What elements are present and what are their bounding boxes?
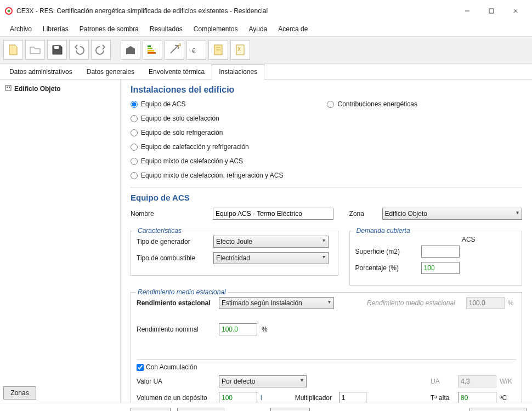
redo-button[interactable]: [91, 40, 111, 60]
report-button[interactable]: [208, 40, 228, 60]
svg-rect-19: [7, 87, 8, 88]
multiplicador-input[interactable]: [339, 392, 366, 403]
menu-patrones[interactable]: Patrones de sombra: [74, 23, 144, 35]
svg-rect-7: [148, 45, 151, 47]
ta-alta-input[interactable]: [458, 392, 496, 403]
new-file-button[interactable]: [3, 40, 23, 60]
minimize-button[interactable]: [455, 3, 479, 19]
improve-button[interactable]: A: [165, 40, 184, 60]
zona-select[interactable]: Edificio Objeto: [382, 208, 522, 220]
rend-nominal-input[interactable]: [219, 323, 257, 335]
energy-label-button[interactable]: [143, 40, 162, 60]
toolbar: A € x: [0, 36, 532, 64]
rend-medio-input: [466, 297, 505, 309]
radio-mixto-todo[interactable]: Equipo mixto de calefacción, refrigeraci…: [131, 172, 283, 179]
vista-clasica-button[interactable]: Vista clásica: [469, 408, 527, 411]
tab-datos-generales[interactable]: Datos generales: [80, 64, 142, 79]
building-icon: [4, 84, 12, 93]
window-title: CE3X - RES: Certificación energética sim…: [16, 7, 455, 15]
menu-ayuda[interactable]: Ayuda: [244, 23, 273, 35]
multiplicador-label: Multiplicador: [295, 394, 339, 402]
nombre-label: Nombre: [131, 210, 213, 218]
acs-header: ACS: [421, 236, 516, 243]
zonas-button[interactable]: Zonas: [3, 386, 36, 399]
tab-envolvente[interactable]: Envolvente térmica: [142, 64, 212, 79]
menubar: Archivo Librerías Patrones de sombra Res…: [0, 22, 532, 36]
rend-estacional-select[interactable]: Estimado según Instalación: [219, 297, 334, 309]
nombre-input[interactable]: [213, 208, 333, 220]
svg-rect-9: [148, 50, 154, 52]
rend-medio-label: Rendimiento medio estacional: [367, 299, 455, 307]
menu-librerias[interactable]: Librerías: [37, 23, 74, 35]
radio-mixto-calef-acs[interactable]: Equipo mixto de calefacción y ACS: [131, 157, 283, 165]
svg-rect-20: [9, 87, 10, 88]
anadir-button[interactable]: Añadir: [131, 408, 171, 411]
porcentaje-label: Porcentaje (%): [355, 264, 421, 272]
svg-text:A: A: [178, 43, 181, 49]
rend-nominal-label: Rendimiento nominal: [137, 326, 219, 333]
open-file-button[interactable]: [25, 40, 45, 60]
volumen-input[interactable]: [219, 392, 257, 403]
tipo-combustible-label: Tipo de combustible: [137, 254, 213, 262]
heading-instalaciones: Instalaciones del edificio: [131, 85, 522, 95]
svg-rect-6: [54, 46, 59, 49]
ta-alta-label: Tª alta: [431, 394, 458, 402]
svg-rect-10: [148, 52, 156, 54]
radio-solo-refrigeracion[interactable]: Equipo de sólo refrigeración: [131, 129, 283, 136]
footer-buttons: Añadir Modificar Borrar Vista clásica: [0, 403, 532, 411]
superficie-input[interactable]: [421, 246, 460, 258]
volumen-label: Volumen de un depósito: [137, 394, 219, 402]
save-button[interactable]: [47, 40, 67, 60]
main-tabs: Datos administrativos Datos generales En…: [0, 64, 532, 79]
menu-acercade[interactable]: Acerca de: [273, 23, 313, 35]
svg-rect-18: [5, 85, 11, 90]
valor-ua-label: Valor UA: [137, 378, 219, 385]
sidebar: Edificio Objeto Zonas: [0, 79, 121, 403]
maximize-button[interactable]: [479, 3, 503, 19]
menu-resultados[interactable]: Resultados: [144, 23, 188, 35]
radio-solo-calefaccion[interactable]: Equipo de sólo calefacción: [131, 115, 283, 122]
rend-estacional-label: Rendimiento estacional: [137, 299, 219, 307]
tree-root-edificio[interactable]: Edificio Objeto: [3, 83, 117, 94]
svg-text:€: €: [192, 47, 196, 55]
con-acumulacion-checkbox[interactable]: Con Acumulación: [137, 363, 516, 371]
zona-label: Zona: [349, 210, 382, 218]
radio-equipo-acs[interactable]: Equipo de ACS: [131, 100, 283, 108]
radio-calef-refrig[interactable]: Equipo de calefacción y refrigeración: [131, 143, 283, 151]
undo-button[interactable]: [69, 40, 89, 60]
main-panel: Instalaciones del edificio Equipo de ACS…: [121, 79, 532, 403]
menu-archivo[interactable]: Archivo: [4, 23, 37, 35]
menu-complementos[interactable]: Complementos: [188, 23, 244, 35]
close-button[interactable]: [503, 3, 528, 19]
porcentaje-input[interactable]: [421, 262, 460, 274]
svg-point-1: [8, 10, 10, 13]
building-button[interactable]: [121, 40, 140, 60]
modificar-button[interactable]: Modificar: [177, 408, 225, 411]
fieldset-rendimiento: Rendimiento medio estacional Rendimiento…: [131, 292, 522, 403]
tipo-generador-label: Tipo de generador: [137, 238, 213, 246]
tipo-generador-select[interactable]: Efecto Joule: [213, 236, 329, 248]
radio-contribuciones[interactable]: Contribuciones energéticas: [327, 100, 417, 108]
xml-button[interactable]: x: [230, 40, 250, 60]
fieldset-demanda: Demanda cubierta ACS Superficie (m2) Por…: [349, 231, 522, 286]
tree-root-label: Edificio Objeto: [14, 85, 61, 93]
ua-input: [458, 375, 496, 387]
ua-label: UA: [431, 378, 458, 385]
fieldset-caracteristicas: Características Tipo de generador Efecto…: [131, 231, 338, 276]
tab-datos-administrativos[interactable]: Datos administrativos: [2, 64, 80, 79]
tipo-combustible-select[interactable]: Electricidad: [213, 252, 329, 264]
titlebar: CE3X - RES: Certificación energética sim…: [0, 0, 532, 22]
economics-button[interactable]: €: [186, 40, 206, 60]
svg-rect-3: [489, 9, 494, 13]
section-title: Equipo de ACS: [131, 193, 522, 202]
tab-instalaciones[interactable]: Instalaciones: [212, 64, 264, 79]
valor-ua-select[interactable]: Por defecto: [219, 375, 307, 387]
svg-text:x: x: [237, 45, 241, 53]
app-icon: [4, 7, 13, 15]
borrar-button[interactable]: Borrar: [270, 408, 309, 411]
superficie-label: Superficie (m2): [355, 248, 421, 255]
svg-rect-8: [148, 48, 152, 49]
